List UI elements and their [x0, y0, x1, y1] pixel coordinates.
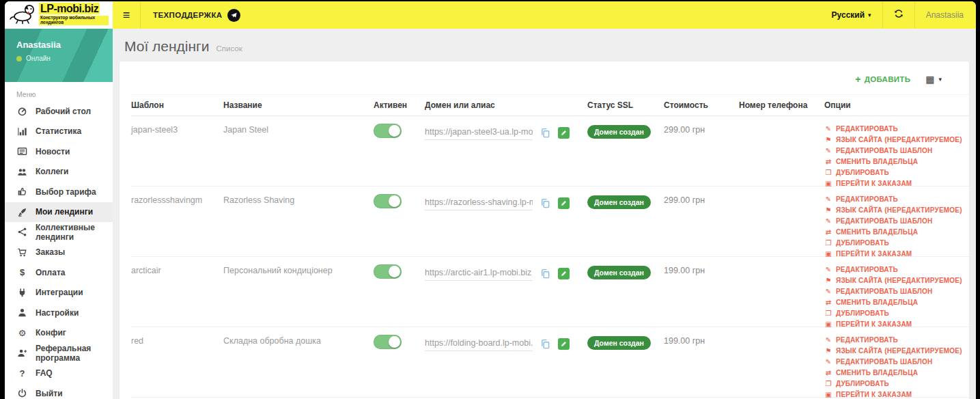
- sidebar-item-logout[interactable]: Выйти: [5, 383, 113, 399]
- option-edit-template[interactable]: ✎РЕДАКТИРОВАТЬ ШАБЛОН: [824, 288, 969, 295]
- option-edit-template[interactable]: ✎РЕДАКТИРОВАТЬ ШАБЛОН: [824, 147, 969, 154]
- language-label: Русский: [832, 10, 865, 20]
- edit-domain-button[interactable]: [558, 268, 570, 279]
- domain-input[interactable]: [425, 195, 533, 210]
- copy-domain-button[interactable]: [540, 269, 550, 279]
- sidebar-item-statistics[interactable]: Статистика: [5, 122, 113, 142]
- sidebar-item-dashboard[interactable]: Рабочий стол: [5, 101, 113, 122]
- cart-icon: ▣: [824, 180, 832, 187]
- table-row: arcticair Персональний кондиціонер: [131, 257, 969, 327]
- copy-domain-button[interactable]: [540, 339, 550, 349]
- domain-input[interactable]: [425, 125, 533, 140]
- profile-name: Anastasiia: [16, 40, 113, 50]
- option-site-language[interactable]: ⚑ЯЗЫК САЙТА (НЕРЕДАКТИРУЕМОЕ): [824, 347, 969, 355]
- sidebar-item-orders[interactable]: Заказы: [5, 243, 113, 263]
- edit-domain-button[interactable]: [558, 338, 570, 350]
- sidebar-item-collective-landings[interactable]: Коллективные лендинги: [5, 222, 113, 243]
- option-edit-template[interactable]: ✎РЕДАКТИРОВАТЬ ШАБЛОН: [824, 358, 969, 366]
- plug-icon: [16, 288, 28, 298]
- domain-input[interactable]: [425, 266, 533, 281]
- power-icon: [16, 388, 28, 398]
- cart-icon: [16, 247, 28, 258]
- template-cell: red: [131, 336, 223, 346]
- exchange-icon: ⇄: [824, 158, 832, 165]
- option-go-to-orders[interactable]: ▣ПЕРЕЙТИ К ЗАКАЗАМ: [824, 391, 969, 398]
- add-button[interactable]: + ДОБАВИТЬ: [855, 74, 910, 85]
- column-header-ssl: Статус SSL: [587, 100, 664, 110]
- option-edit[interactable]: ✎РЕДАКТИРОВАТЬ: [824, 125, 969, 133]
- cart-icon: ▣: [824, 391, 832, 398]
- refresh-button[interactable]: [883, 1, 914, 29]
- edit-domain-icon: [558, 338, 570, 350]
- option-change-owner[interactable]: ⇄СМЕНИТЬ ВЛАДЕЛЬЦА: [824, 299, 969, 306]
- flag-icon: ⚑: [824, 206, 832, 214]
- question-icon: ?: [16, 369, 28, 378]
- logo[interactable]: LP-mobi.biz Конструктор мобильных лендин…: [5, 1, 113, 29]
- edit-domain-icon: [558, 268, 570, 279]
- logo-title: LP-mobi.biz: [39, 3, 100, 14]
- sidebar: Anastasiia Онлайн Меню Рабочий стол Стат…: [5, 29, 113, 399]
- exchange-icon: ⇄: [824, 369, 832, 376]
- sidebar-item-config[interactable]: ⚙ Конфиг: [5, 323, 113, 344]
- copy-domain-button[interactable]: [540, 128, 550, 138]
- landings-table: Шаблон Название Активен Домен или алиас …: [120, 94, 969, 399]
- option-go-to-orders[interactable]: ▣ПЕРЕЙТИ К ЗАКАЗАМ: [824, 320, 969, 328]
- option-go-to-orders[interactable]: ▣ПЕРЕЙТИ К ЗАКАЗАМ: [824, 180, 969, 187]
- name-cell: Складна обробна дошка: [223, 336, 374, 346]
- option-edit-template[interactable]: ✎РЕДАКТИРОВАТЬ ШАБЛОН: [824, 217, 969, 225]
- option-change-owner[interactable]: ⇄СМЕНИТЬ ВЛАДЕЛЬЦА: [824, 158, 969, 165]
- edit-icon: ✎: [824, 195, 832, 203]
- copy-domain-button[interactable]: [540, 198, 550, 208]
- grid-icon: ▦: [925, 74, 934, 85]
- exchange-icon: ⇄: [824, 299, 832, 306]
- option-edit[interactable]: ✎РЕДАКТИРОВАТЬ: [824, 266, 969, 273]
- sidebar-item-payment[interactable]: $ Оплата: [5, 262, 113, 283]
- newspaper-icon: [16, 146, 28, 156]
- option-edit[interactable]: ✎РЕДАКТИРОВАТЬ: [824, 336, 969, 344]
- hamburger-menu-icon[interactable]: ≡: [113, 1, 140, 29]
- sidebar-item-news[interactable]: Новости: [5, 141, 113, 162]
- active-toggle[interactable]: [374, 194, 402, 208]
- option-edit[interactable]: ✎РЕДАКТИРОВАТЬ: [824, 195, 969, 203]
- sidebar-item-integrations[interactable]: Интеграции: [5, 283, 113, 303]
- active-toggle[interactable]: [374, 124, 402, 138]
- active-toggle[interactable]: [374, 335, 402, 349]
- option-duplicate[interactable]: ❐ДУБЛИРОВАТЬ: [824, 380, 969, 387]
- option-site-language[interactable]: ⚑ЯЗЫК САЙТА (НЕРЕДАКТИРУЕМОЕ): [824, 206, 969, 214]
- edit-icon: ✎: [824, 358, 832, 366]
- option-site-language[interactable]: ⚑ЯЗЫК САЙТА (НЕРЕДАКТИРУЕМОЕ): [824, 136, 969, 143]
- option-duplicate[interactable]: ❐ДУБЛИРОВАТЬ: [824, 309, 969, 317]
- column-header-phone: Номер телефона: [739, 100, 824, 110]
- share-icon: [16, 227, 28, 237]
- edit-icon: ✎: [824, 147, 832, 154]
- rocket-icon: [16, 207, 28, 217]
- edit-icon: ✎: [824, 125, 832, 133]
- support-button[interactable]: ТЕХПОДДЕРЖКА: [141, 9, 253, 22]
- sidebar-item-my-landings[interactable]: Мои лендинги: [5, 202, 113, 223]
- option-change-owner[interactable]: ⇄СМЕНИТЬ ВЛАДЕЛЬЦА: [824, 228, 969, 236]
- sidebar-item-colleagues[interactable]: Коллеги: [5, 162, 113, 182]
- option-change-owner[interactable]: ⇄СМЕНИТЬ ВЛАДЕЛЬЦА: [824, 369, 969, 376]
- ssl-status-badge: Домен создан: [587, 195, 651, 209]
- profile-panel: Anastasiia Онлайн: [5, 29, 113, 82]
- view-options-button[interactable]: ▦ ▾: [925, 74, 942, 85]
- domain-input[interactable]: [425, 336, 533, 351]
- sidebar-item-tariff[interactable]: Выбор тарифа: [5, 182, 113, 202]
- sidebar-item-faq[interactable]: ? FAQ: [5, 363, 113, 384]
- option-site-language[interactable]: ⚑ЯЗЫК САЙТА (НЕРЕДАКТИРУЕМОЕ): [824, 277, 969, 284]
- edit-domain-button[interactable]: [558, 127, 570, 139]
- sidebar-item-settings[interactable]: Настройки: [5, 303, 113, 323]
- user-menu[interactable]: Anastasiia: [915, 1, 976, 29]
- edit-domain-icon: [558, 197, 570, 209]
- sidebar-item-referral[interactable]: Реферальная программа: [5, 343, 113, 363]
- app-window: LP-mobi.biz Конструктор мобильных лендин…: [5, 1, 976, 399]
- active-toggle[interactable]: [374, 264, 402, 279]
- language-selector[interactable]: Русский ▾: [821, 1, 882, 29]
- ssl-status-badge: Домен создан: [587, 336, 651, 350]
- edit-domain-icon: [558, 127, 570, 139]
- column-header-template: Шаблон: [131, 100, 223, 110]
- option-duplicate[interactable]: ❐ДУБЛИРОВАТЬ: [824, 239, 969, 247]
- option-duplicate[interactable]: ❐ДУБЛИРОВАТЬ: [824, 169, 969, 176]
- option-go-to-orders[interactable]: ▣ПЕРЕЙТИ К ЗАКАЗАМ: [824, 250, 969, 258]
- edit-domain-button[interactable]: [558, 197, 570, 209]
